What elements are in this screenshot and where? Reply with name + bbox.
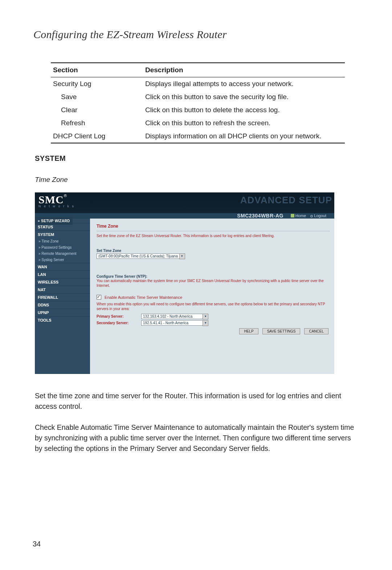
sidebar-item-remote-management[interactable]: » Remote Management <box>35 251 90 257</box>
advanced-setup-label: ADVANCED SETUP <box>240 195 332 206</box>
sidebar-item-wireless[interactable]: WIRELESS <box>35 278 90 286</box>
secondary-server-select[interactable]: 192.5.41.41 - North America <box>141 320 203 326</box>
router-main-panel: Time Zone Set the time zone of the EZ St… <box>90 219 334 374</box>
table-header-section: Section <box>51 63 143 77</box>
router-ui-screenshot: SMC® N e t w o r k s ADVANCED SETUP SMC2… <box>35 192 334 374</box>
sidebar-item-upnp[interactable]: UPnP <box>35 309 90 316</box>
logout-icon <box>310 215 313 217</box>
model-label: SMC2304WBR-AG <box>237 213 283 219</box>
page-title: Configuring the EZ-Stream Wireless Route… <box>33 28 359 41</box>
sidebar-item-tools[interactable]: TOOLS <box>35 316 90 324</box>
save-settings-button[interactable]: SAVE SETTINGS <box>262 328 301 334</box>
table-header-description: Description <box>143 63 345 77</box>
panel-intro: Set the time zone of the EZ Stream Unive… <box>97 233 330 239</box>
time-zone-select[interactable]: (GMT-08:00)Pacific Time (US & Canada); T… <box>97 253 180 259</box>
sidebar-item-wan[interactable]: WAN <box>35 263 90 270</box>
logout-link[interactable]: Logout <box>310 213 326 218</box>
secondary-server-label: Secondary Server: <box>97 321 140 325</box>
table-row: Security Log Displays illegal attempts t… <box>51 77 345 91</box>
table-row: DHCP Client Log Displays information on … <box>51 130 345 143</box>
section-heading-system: SYSTEM <box>35 154 359 163</box>
home-link[interactable]: Home <box>291 213 306 218</box>
section-description-table: Section Description Security Log Display… <box>51 62 345 143</box>
router-subbar <box>35 213 334 219</box>
chevron-down-icon[interactable]: ▾ <box>203 320 208 326</box>
table-row: Clear Click on this button to delete the… <box>51 103 345 117</box>
sidebar-item-password-settings[interactable]: » Password Settings <box>35 244 90 251</box>
paragraph: Set the time zone and time server for th… <box>35 391 357 412</box>
body-text: Set the time zone and time server for th… <box>35 391 357 454</box>
sidebar-item-lan[interactable]: LAN <box>35 270 90 278</box>
sidebar-setup-wizard[interactable]: » SETUP WIZARD <box>35 217 73 225</box>
enable-ntp-label: Enable Automatic Time Server Maintenance <box>105 295 182 300</box>
sidebar-item-time-zone[interactable]: » Time Zone <box>35 238 90 244</box>
sidebar-item-ddns[interactable]: DDNS <box>35 301 90 309</box>
set-time-zone-label: Set Time Zone <box>97 249 121 253</box>
primary-server-label: Primary Server: <box>97 314 140 318</box>
page-number: 34 <box>33 540 41 548</box>
home-icon <box>291 214 294 217</box>
ntp-description: You can automatically maintain the syste… <box>97 278 330 288</box>
router-sidebar: » SETUP WIZARD STATUS SYSTEM » Time Zone… <box>35 219 90 374</box>
paragraph: Check Enable Automatic Time Server Maint… <box>35 422 357 454</box>
cancel-button[interactable]: CANCEL <box>304 328 328 334</box>
subsection-heading-time-zone: Time Zone <box>35 176 359 184</box>
ntp-label: Configure Time Server (NTP): <box>97 274 147 278</box>
sidebar-item-firewall[interactable]: FIREWALL <box>35 293 90 301</box>
panel-title: Time Zone <box>97 222 330 231</box>
smc-logo: SMC® N e t w o r k s <box>38 194 75 208</box>
sidebar-item-system[interactable]: SYSTEM <box>35 231 90 238</box>
table-row: Refresh Click on this button to refresh … <box>51 117 345 130</box>
help-button[interactable]: HELP <box>239 328 258 334</box>
table-row: Save Click on this button to save the se… <box>51 90 345 103</box>
sidebar-item-nat[interactable]: NAT <box>35 286 90 293</box>
primary-server-select[interactable]: 132.163.4.102 - North America <box>141 314 203 319</box>
sidebar-item-syslog-server[interactable]: » Syslog Server <box>35 257 90 263</box>
ntp-note: When you enable this option you will nee… <box>97 302 330 312</box>
chevron-down-icon[interactable]: ▾ <box>179 253 185 259</box>
enable-ntp-checkbox[interactable] <box>97 295 101 300</box>
chevron-down-icon[interactable]: ▾ <box>203 314 208 319</box>
